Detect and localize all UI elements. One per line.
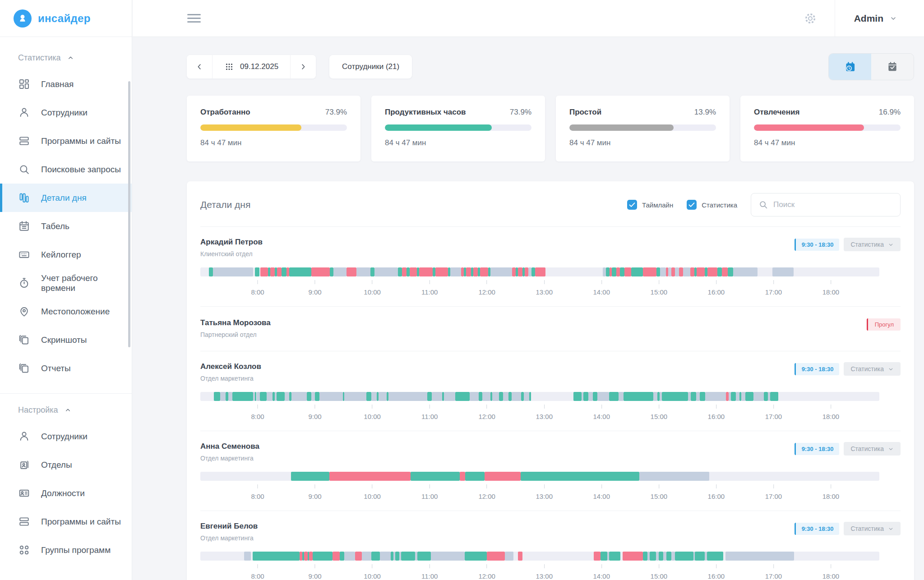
timeline-segment — [209, 267, 213, 276]
sidebar-item[interactable]: Отделы — [0, 451, 132, 479]
axis-tick: 11:00 — [421, 484, 438, 500]
search-input[interactable] — [773, 200, 893, 209]
timeline-segment — [603, 267, 606, 276]
tick-mark — [773, 484, 774, 488]
tick-mark — [430, 280, 430, 284]
sidebar-item[interactable]: Отчеты — [0, 354, 132, 382]
hamburger-menu-icon[interactable] — [187, 12, 201, 25]
sidebar-item[interactable]: Учет рабочего времени — [0, 269, 132, 297]
sidebar-item[interactable]: Поисковые запросы — [0, 155, 132, 184]
statistics-dropdown[interactable]: Статистика — [844, 522, 901, 535]
timeline-segment — [407, 267, 409, 276]
timeline-segment — [662, 392, 688, 401]
timeline-segment — [356, 267, 371, 276]
tick-mark — [487, 564, 487, 568]
tick-mark — [601, 484, 602, 488]
sidebar-item[interactable]: Группы программ — [0, 536, 132, 564]
employee-info: Татьяна МорозоваПартнерский отдел — [200, 318, 271, 338]
tick-label: 13:00 — [536, 413, 553, 420]
employee-list: Аркадий ПетровКлиентский отдел9:30 - 18:… — [200, 226, 901, 580]
timeline-segment — [573, 392, 582, 401]
sidebar-item[interactable]: Сотрудники — [0, 422, 132, 451]
employee-department: Отдел маркетинга — [200, 534, 258, 542]
axis-tick: 9:00 — [308, 405, 321, 420]
current-date: 09.12.2025 — [240, 62, 278, 71]
timeline-segment — [705, 392, 726, 401]
calendar-icon — [18, 220, 30, 232]
sidebar-item[interactable]: Программы и сайты — [0, 507, 132, 536]
next-day-button[interactable] — [291, 55, 316, 78]
axis-tick: 12:00 — [478, 484, 495, 500]
timeline-segment — [518, 552, 522, 561]
timeline-segment — [528, 267, 532, 276]
topbar: Admin — [133, 0, 924, 37]
statistics-dropdown[interactable]: Статистика — [844, 362, 901, 376]
stat-value: 84 ч 47 мин — [385, 138, 531, 147]
timeline-segment — [492, 392, 499, 401]
timeline-view-toggle[interactable] — [829, 54, 871, 80]
timeline-segment — [733, 267, 757, 276]
timeline-segment — [433, 267, 435, 276]
employee-name: Евгений Белов — [200, 522, 258, 531]
sidebar-section-label[interactable]: Настройка — [0, 400, 132, 422]
cards-icon — [18, 459, 30, 471]
filter-checkbox[interactable]: Статистика — [687, 200, 737, 210]
sidebar: инсайдер СтатистикаГлавнаяСотрудникиПрог… — [0, 0, 132, 580]
timeline-segment — [431, 552, 465, 561]
sidebar-item[interactable]: Кейлоггер — [0, 240, 132, 269]
axis-tick: 12:00 — [478, 564, 495, 580]
filter-label: Таймлайн — [642, 201, 673, 209]
timeline-segment — [524, 392, 530, 401]
timeline-segment — [362, 552, 371, 561]
sidebar-item[interactable]: Местоположение — [0, 297, 132, 326]
sidebar-section-label[interactable]: Статистика — [0, 48, 132, 70]
user-icon — [18, 106, 30, 119]
tick-mark — [258, 564, 258, 568]
timeline-segment — [668, 267, 672, 276]
timeline-segment — [427, 392, 432, 401]
gear-icon[interactable] — [804, 12, 817, 25]
tick-mark — [372, 405, 373, 409]
stat-progress-track — [754, 124, 901, 131]
axis-tick: 8:00 — [251, 564, 264, 580]
timeline-segment — [465, 552, 487, 561]
stat-value: 84 ч 47 мин — [200, 138, 347, 147]
stat-label: Отвлечения — [754, 108, 799, 117]
sidebar-item[interactable]: Программы и сайты — [0, 127, 132, 155]
employee-info: Алексей КозловОтдел маркетинга — [200, 362, 261, 382]
employees-filter-button[interactable]: Сотрудники (21) — [329, 55, 412, 78]
timeline-axis: 8:009:0010:0011:0012:0013:0014:0015:0016… — [200, 484, 879, 505]
user-menu[interactable]: Admin — [835, 13, 924, 24]
sidebar-item-label: Местоположение — [41, 307, 110, 317]
axis-tick: 13:00 — [536, 484, 553, 500]
search-box — [751, 193, 901, 216]
axis-tick: 10:00 — [364, 484, 381, 500]
timeline-segment — [329, 472, 411, 481]
stat-card: Отработанно73.9%84 ч 47 мин — [187, 96, 360, 161]
axis-tick: 14:00 — [593, 280, 610, 296]
tick-mark — [315, 405, 315, 409]
timeline-segment — [660, 267, 666, 276]
sidebar-item[interactable]: Детали дня — [0, 184, 132, 212]
filter-checkbox[interactable]: Таймлайн — [627, 200, 673, 210]
timeline-segment — [631, 267, 642, 276]
timeline-segment — [583, 392, 588, 401]
timeline-segment — [228, 392, 232, 401]
statistics-dropdown[interactable]: Статистика — [844, 238, 901, 251]
timeline-segment — [398, 267, 402, 276]
prev-day-button[interactable] — [187, 55, 212, 78]
date-picker-button[interactable]: 09.12.2025 — [213, 55, 290, 78]
stat-progress-fill — [569, 124, 674, 131]
sidebar-item[interactable]: Сотрудники — [0, 98, 132, 127]
sidebar-scrollbar[interactable] — [128, 81, 130, 347]
statistics-dropdown[interactable]: Статистика — [844, 442, 901, 456]
sidebar-item[interactable]: Табель — [0, 212, 132, 240]
employee-badges: 9:30 - 18:30Статистика — [795, 362, 901, 376]
axis-tick: 13:00 — [536, 405, 553, 420]
sidebar-item[interactable]: Скриншоты — [0, 326, 132, 354]
sidebar-item[interactable]: Должности — [0, 479, 132, 507]
chevron-up-icon — [67, 55, 74, 61]
tick-label: 18:00 — [822, 493, 840, 500]
sidebar-item[interactable]: Главная — [0, 70, 132, 98]
schedule-view-toggle[interactable] — [871, 54, 914, 80]
